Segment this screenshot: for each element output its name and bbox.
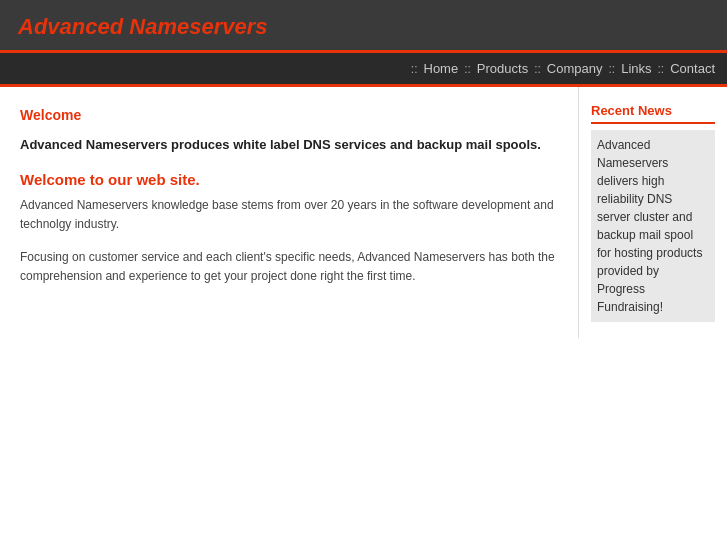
- sidebar-heading: Recent News: [591, 103, 715, 124]
- header: Advanced Nameservers: [0, 0, 727, 53]
- nav-sep-3: ::: [608, 62, 615, 76]
- nav-links[interactable]: Links: [619, 61, 653, 76]
- nav-bar: :: Home :: Products :: Company :: Links …: [0, 53, 727, 87]
- nav-sep-4: ::: [658, 62, 665, 76]
- main-content: Welcome Advanced Nameservers produces wh…: [0, 87, 579, 338]
- main-container: Welcome Advanced Nameservers produces wh…: [0, 87, 727, 338]
- site-title: Advanced Nameservers: [18, 14, 267, 39]
- nav-home[interactable]: Home: [422, 61, 461, 76]
- news-item: Advanced Nameservers delivers high relia…: [591, 130, 715, 322]
- nav-products[interactable]: Products: [475, 61, 530, 76]
- intro-text: Advanced Nameservers produces white labe…: [20, 135, 558, 155]
- nav-contact[interactable]: Contact: [668, 61, 717, 76]
- welcome-heading: Welcome: [20, 107, 558, 123]
- sidebar: Recent News Advanced Nameservers deliver…: [579, 87, 727, 338]
- body-para-1: Advanced Nameservers knowledge base stem…: [20, 196, 558, 234]
- nav-sep-2: ::: [534, 62, 541, 76]
- nav-sep-0: ::: [411, 62, 418, 76]
- body-para-2: Focusing on customer service and each cl…: [20, 248, 558, 286]
- nav-sep-1: ::: [464, 62, 471, 76]
- nav-company[interactable]: Company: [545, 61, 605, 76]
- sub-heading: Welcome to our web site.: [20, 171, 558, 188]
